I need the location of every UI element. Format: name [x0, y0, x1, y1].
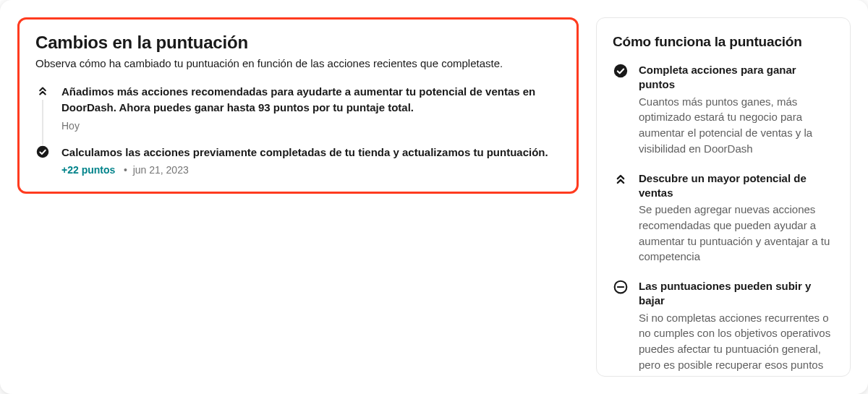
timeline-connector [42, 100, 43, 150]
info-body: Se pueden agregar nuevas acciones recome… [639, 202, 834, 265]
info-body: Cuantos más puntos ganes, más optimizado… [639, 94, 834, 157]
score-changes-panel: Cambios en la puntuación Observa cómo ha… [17, 17, 579, 377]
timeline-text: Calculamos las acciones previamente comp… [61, 145, 561, 160]
meta-separator: • [118, 164, 132, 176]
timeline-content: Calculamos las acciones previamente comp… [61, 145, 561, 176]
score-changes-title: Cambios en la puntuación [35, 33, 561, 53]
timeline-date: Hoy [61, 120, 80, 132]
info-title: Descubre un mayor potencial de ventas [639, 171, 834, 201]
info-content: Completa acciones para ganar puntos Cuan… [639, 63, 834, 157]
info-content: Descubre un mayor potencial de ventas Se… [639, 171, 834, 265]
info-body: Si no completas acciones recurrentes o n… [639, 310, 834, 373]
how-scoring-works-title: Cómo funciona la puntuación [613, 34, 834, 50]
info-content: Las puntuaciones pueden subir y bajar Si… [639, 279, 834, 373]
page-container: Cambios en la puntuación Observa cómo ha… [0, 0, 868, 394]
info-title: Completa acciones para ganar puntos [639, 63, 834, 93]
timeline-points: +22 puntos [61, 164, 115, 176]
timeline-meta: +22 puntos • jun 21, 2023 [61, 164, 561, 176]
score-changes-subtitle: Observa cómo ha cambiado tu puntuación e… [35, 57, 561, 69]
highlight-box: Cambios en la puntuación Observa cómo ha… [17, 17, 579, 194]
check-filled-icon [35, 145, 50, 159]
svg-point-0 [37, 145, 49, 158]
info-item: Completa acciones para ganar puntos Cuan… [613, 63, 834, 157]
timeline-item: Añadimos más acciones recomendadas para … [35, 84, 561, 132]
svg-point-1 [614, 64, 627, 77]
info-item: Las puntuaciones pueden subir y bajar Si… [613, 279, 834, 373]
timeline: Añadimos más acciones recomendadas para … [35, 84, 561, 176]
info-title: Las puntuaciones pueden subir y bajar [639, 279, 834, 309]
chevrons-up-icon [613, 171, 629, 187]
info-item: Descubre un mayor potencial de ventas Se… [613, 171, 834, 265]
check-filled-icon [613, 63, 629, 79]
timeline-date: jun 21, 2023 [133, 164, 189, 176]
timeline-content: Añadimos más acciones recomendadas para … [61, 84, 561, 132]
timeline-text: Añadimos más acciones recomendadas para … [61, 84, 561, 116]
how-scoring-works-panel: Cómo funciona la puntuación Completa acc… [596, 17, 851, 377]
minus-circle-icon [613, 279, 629, 295]
timeline-item: Calculamos las acciones previamente comp… [35, 145, 561, 176]
timeline-meta: Hoy [61, 120, 561, 132]
chevrons-up-icon [35, 84, 50, 98]
